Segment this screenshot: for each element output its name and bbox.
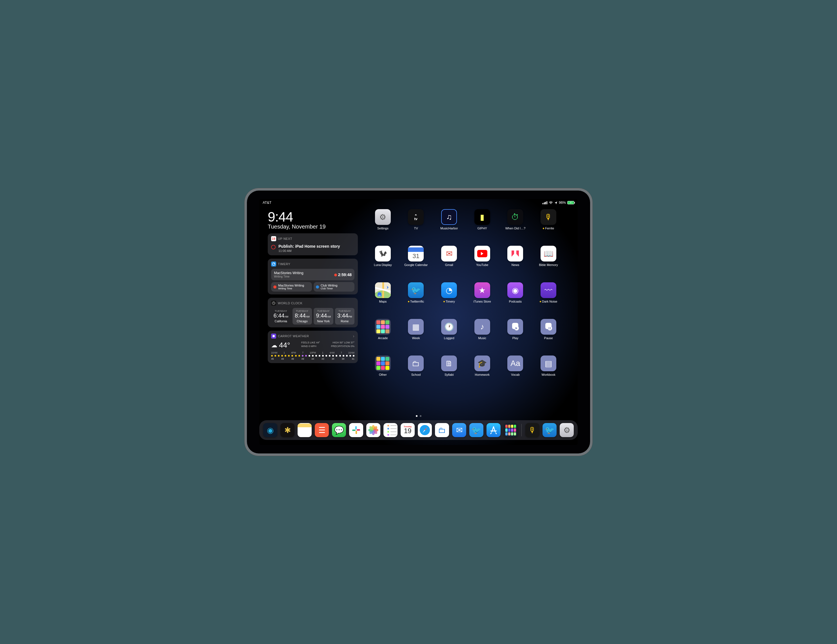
app-label: Vocab: [511, 373, 520, 376]
app-label: YouTube: [476, 263, 488, 267]
widget-timery[interactable]: TIMERY MacStories Writing Writing Time 2…: [268, 259, 358, 294]
app-vocab[interactable]: AaVocab: [499, 356, 532, 392]
widget-up-next[interactable]: 19 UP NEXT Publish: iPad Home screen sto…: [268, 233, 358, 255]
app-twitterrific[interactable]: 🐦Twitterrific: [399, 282, 433, 319]
app-news[interactable]: News: [499, 246, 532, 282]
app-syllabi[interactable]: 🗎Syllabi: [432, 356, 466, 392]
dock-app-photos[interactable]: [366, 423, 380, 437]
app-bible-memory[interactable]: 📖Bible Memory: [532, 246, 565, 282]
weather-dot-icon: [281, 355, 283, 357]
widget-header: UP NEXT: [278, 237, 292, 240]
weather-dot-icon: [319, 355, 320, 357]
dock-recent-ferrite[interactable]: 🎙: [525, 423, 540, 437]
world-clock-city[interactable]: TUESDAY 3:44PM Rome: [335, 308, 355, 324]
app-week[interactable]: ▦Week: [399, 319, 433, 356]
app-label: Syllabi: [445, 373, 453, 376]
app-settings[interactable]: ⚙︎Settings: [366, 209, 399, 246]
dock-app-reminders[interactable]: [384, 423, 397, 437]
app-workbook[interactable]: ▤Workbook: [532, 356, 565, 392]
app-label: Dark Noise: [540, 300, 557, 303]
app-when-did-i-[interactable]: ⏱When Did I…?: [499, 209, 532, 246]
dock-app-messages[interactable]: 💬: [332, 423, 346, 437]
app-tv[interactable]: tvTV: [399, 209, 433, 246]
app-homework[interactable]: 🎓Homework: [466, 356, 499, 392]
app-itunes-store[interactable]: ★iTunes Store: [466, 282, 499, 319]
Luna Display-icon: 🐿: [375, 246, 391, 262]
carrier-label: AT&T: [263, 201, 271, 205]
dock-recent-twitterrific[interactable]: 🐦: [543, 423, 556, 437]
School-icon: 🗀: [408, 356, 424, 371]
widget-weather[interactable]: CARROT WEATHER › ☁︎ 44° FEELS LIKE 44°: [268, 331, 358, 363]
settings-icon: ⚙︎: [560, 423, 574, 437]
widget-header: WORLD CLOCK: [278, 302, 302, 305]
dock-app-touchid[interactable]: ◉: [263, 423, 277, 437]
weather-dot-icon: [278, 355, 279, 357]
app-podcasts[interactable]: ◉Podcasts: [499, 282, 532, 319]
app-other[interactable]: Other: [366, 356, 399, 392]
chevron-right-icon[interactable]: ›: [353, 334, 354, 338]
app-play[interactable]: Play: [499, 319, 532, 356]
dock-app-twitter[interactable]: 🐦: [469, 423, 483, 437]
app-google-calendar[interactable]: 31Google Calendar: [399, 246, 433, 282]
clock-date: Tuesday, November 19: [268, 223, 358, 230]
event-time: 11:00 AM: [279, 249, 340, 252]
app-logged[interactable]: 🕐Logged: [432, 319, 466, 356]
app-giphy[interactable]: ▮GIPHY: [466, 209, 499, 246]
app-gmail[interactable]: ✉︎Gmail: [432, 246, 466, 282]
today-view[interactable]: 9:44 Tuesday, November 19 19 UP NEXT Pub…: [268, 209, 358, 419]
app-pause[interactable]: Pause: [532, 319, 565, 356]
weather-dot-icon: [302, 355, 304, 357]
app-timery[interactable]: ◔Timery: [432, 282, 466, 319]
app-label: Week: [412, 336, 420, 340]
svg-point-9: [548, 326, 552, 331]
dock-recent-settings[interactable]: ⚙︎: [560, 423, 574, 437]
widget-header: TIMERY: [278, 262, 290, 266]
svg-text:tv: tv: [414, 217, 418, 221]
app-label: Timery: [443, 300, 455, 303]
app-luna-display[interactable]: 🐿Luna Display: [366, 246, 399, 282]
app-label: When Did I…?: [505, 226, 526, 230]
app-maps[interactable]: 280Maps: [366, 282, 399, 319]
home-screen[interactable]: AT&T 96% ⚡︎ 9:44 Tuesday, November 19: [259, 199, 578, 445]
app-youtube[interactable]: YouTube: [466, 246, 499, 282]
app-arcade[interactable]: Arcade: [366, 319, 399, 356]
world-clock-city[interactable]: TUESDAY 9:44AM New York: [313, 308, 333, 324]
running-timer[interactable]: MacStories Writing Writing Time 2:59:48: [271, 269, 354, 280]
update-dot-icon: [543, 228, 544, 229]
dock-app-notes[interactable]: [297, 423, 312, 437]
weather-dot-icon: [322, 355, 324, 357]
weather-dot-icon: [332, 355, 334, 357]
YouTube-icon: [474, 246, 490, 262]
timer-shortcut[interactable]: Club Writing Club Timer: [313, 282, 354, 292]
dock-app-appstore[interactable]: [486, 423, 501, 437]
dock[interactable]: ◉✱☰💬Tuesday19🗀✉︎🐦🎙🐦⚙︎: [259, 420, 578, 440]
app-school[interactable]: 🗀School: [399, 356, 433, 392]
timer-shortcut[interactable]: MacStories Writing Writing Time: [271, 282, 312, 292]
widget-world-clock[interactable]: WORLD CLOCK TUESDAY 6:44AM CaliforniaTUE…: [268, 298, 358, 327]
appstore-icon: [486, 423, 501, 437]
widget-header: CARROT WEATHER: [278, 334, 309, 338]
weather-dot-icon: [339, 355, 341, 357]
app-musicharbor[interactable]: ♫MusicHarbor: [432, 209, 466, 246]
dock-app-slack[interactable]: [349, 423, 363, 437]
world-clock-city[interactable]: TUESDAY 6:44AM California: [271, 308, 291, 324]
GIPHY-icon: ▮: [474, 209, 490, 225]
dock-app-agenda[interactable]: ☰: [315, 423, 329, 437]
dock-app-drafts[interactable]: ✱: [281, 423, 294, 437]
dock-app-calendar[interactable]: Tuesday19: [400, 423, 415, 437]
messages-icon: 💬: [332, 423, 346, 437]
app-ferrite[interactable]: 🎙Ferrite: [532, 209, 565, 246]
world-clock-city[interactable]: TUESDAY 8:44AM Chicago: [292, 308, 312, 324]
page-dot-1[interactable]: [416, 415, 417, 417]
weather-dot-icon: [312, 355, 313, 357]
app-dark-noise[interactable]: 〰Dark Noise: [532, 282, 565, 319]
page-indicator[interactable]: [259, 415, 578, 417]
dock-app-files[interactable]: 🗀: [435, 423, 449, 437]
dock-app-mail[interactable]: ✉︎: [452, 423, 466, 437]
dock-app-shortcuts[interactable]: [504, 423, 518, 437]
Music-icon: ♪: [474, 319, 490, 335]
app-music[interactable]: ♪Music: [466, 319, 499, 356]
wind: WIND 0 MPH: [301, 344, 320, 348]
dock-app-safari[interactable]: [418, 423, 432, 437]
page-dot-2[interactable]: [420, 415, 422, 417]
